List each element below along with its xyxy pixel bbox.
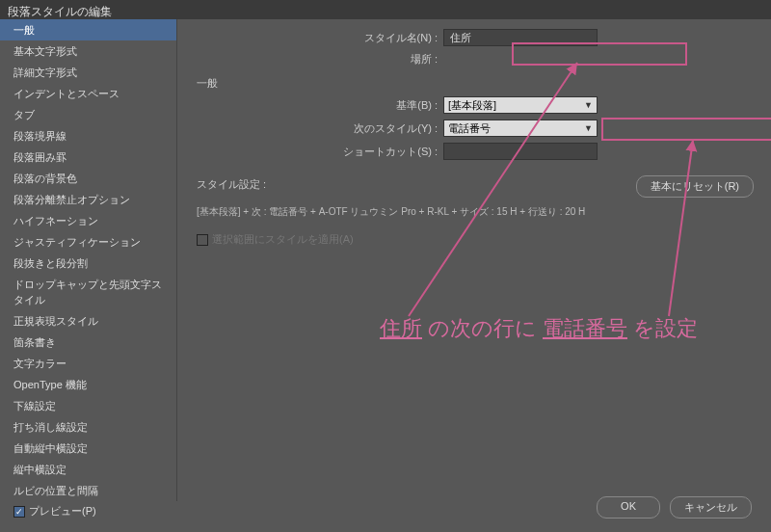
annotation-part2: の次の行に (428, 314, 537, 343)
base-select[interactable]: [基本段落] ▼ (443, 96, 598, 114)
style-name-input[interactable] (443, 29, 598, 46)
sidebar-item[interactable]: 文字カラー (0, 353, 176, 374)
dialog-title: 段落スタイルの編集 (0, 0, 771, 19)
sidebar-item[interactable]: 詳細文字形式 (0, 62, 176, 83)
sidebar-item[interactable]: ルビの位置と間隔 (0, 480, 176, 501)
style-name-label: スタイル名(N) : (193, 31, 443, 45)
sidebar-item[interactable]: タブ (0, 104, 176, 125)
checkbox-icon: ✓ (13, 506, 25, 518)
sidebar-item[interactable]: ハイフネーション (0, 210, 176, 231)
annotation-text: 住所 の次の行に 電話番号 を設定 (380, 314, 698, 343)
sidebar-item[interactable]: 下線設定 (0, 395, 176, 416)
sidebar-item[interactable]: 箇条書き (0, 332, 176, 353)
dialog-body: 一般基本文字形式詳細文字形式インデントとスペースタブ段落境界線段落囲み罫段落の背… (0, 19, 771, 501)
sidebar-item[interactable]: 段落境界線 (0, 125, 176, 146)
sidebar-item[interactable]: 打ち消し線設定 (0, 416, 176, 438)
sidebar-item[interactable]: 正規表現スタイル (0, 310, 176, 332)
sidebar-item[interactable]: インデントとスペース (0, 83, 176, 104)
category-sidebar: 一般基本文字形式詳細文字形式インデントとスペースタブ段落境界線段落囲み罫段落の背… (0, 19, 177, 501)
sidebar-item[interactable]: 基本文字形式 (0, 40, 176, 62)
shortcut-label: ショートカット(S) : (193, 145, 443, 159)
sidebar-item[interactable]: 段抜きと段分割 (0, 253, 176, 274)
base-label: 基準(B) : (193, 98, 443, 113)
annotation-part4: を設定 (633, 314, 698, 343)
next-style-label: 次のスタイル(Y) : (193, 121, 443, 136)
sidebar-item[interactable]: ドロップキャップと先頭文字スタイル (0, 274, 176, 310)
preview-checkbox[interactable]: ✓ プレビュー(P) (13, 504, 96, 519)
sidebar-item[interactable]: 段落の背景色 (0, 168, 176, 189)
chevron-down-icon: ▼ (584, 123, 593, 133)
sidebar-item[interactable]: 段落分離禁止オプション (0, 189, 176, 210)
reset-button[interactable]: 基本にリセット(R) (636, 175, 754, 198)
main-panel: スタイル名(N) : 場所 : 一般 基準(B) : [基本段落] ▼ 次のスタ… (177, 19, 771, 501)
sidebar-item[interactable]: ジャスティフィケーション (0, 231, 176, 253)
ok-button[interactable]: OK (597, 496, 660, 519)
cancel-button[interactable]: キャンセル (670, 496, 752, 519)
location-label: 場所 : (193, 52, 443, 66)
sidebar-item[interactable]: 段落囲み罫 (0, 146, 176, 168)
general-section-label: 一般 (197, 76, 756, 91)
chevron-down-icon: ▼ (584, 100, 593, 110)
apply-to-selection-label: 選択範囲にスタイルを適用(A) (212, 232, 354, 247)
style-summary: [基本段落] + 次 : 電話番号 + A-OTF リュウミン Pro + R-… (193, 198, 756, 226)
annotation-part3: 電話番号 (543, 314, 627, 343)
sidebar-item[interactable]: OpenType 機能 (0, 374, 176, 395)
dialog-footer: ✓ プレビュー(P) OK キャンセル (0, 501, 771, 532)
sidebar-item[interactable]: 一般 (0, 19, 176, 40)
preview-label: プレビュー(P) (29, 504, 96, 519)
base-select-value: [基本段落] (448, 98, 496, 113)
checkbox-icon: ✓ (197, 234, 208, 246)
apply-to-selection-checkbox: ✓ 選択範囲にスタイルを適用(A) (193, 226, 756, 253)
annotation-part1: 住所 (380, 314, 422, 343)
dialog-window: 段落スタイルの編集 一般基本文字形式詳細文字形式インデントとスペースタブ段落境界… (0, 0, 771, 532)
next-style-select[interactable]: 電話番号 ▼ (443, 120, 598, 137)
sidebar-item[interactable]: 自動縦中横設定 (0, 438, 176, 459)
sidebar-item[interactable]: 縦中横設定 (0, 459, 176, 480)
shortcut-input[interactable] (443, 143, 598, 160)
next-style-value: 電話番号 (448, 121, 491, 136)
